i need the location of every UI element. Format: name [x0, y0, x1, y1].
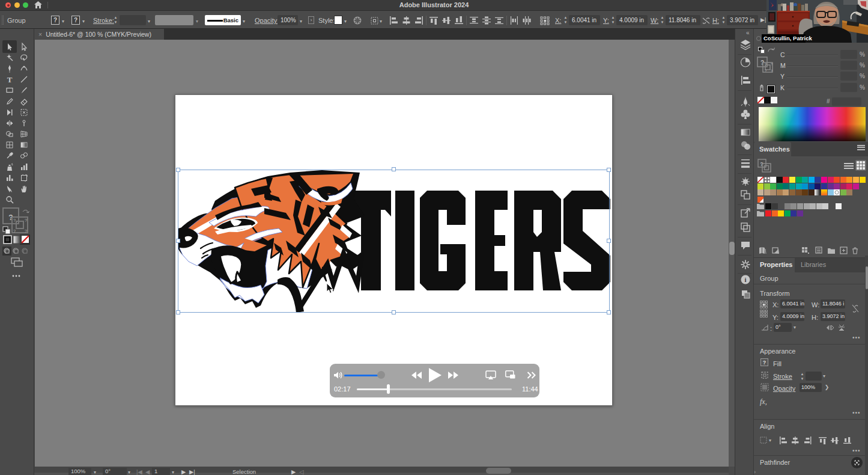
- svg-text:?: ?: [25, 218, 27, 223]
- svg-text:?: ?: [13, 228, 16, 234]
- svg-text:i: i: [744, 276, 746, 283]
- svg-text:?: ?: [25, 228, 27, 234]
- svg-text:?: ?: [760, 161, 763, 167]
- svg-text:T: T: [7, 75, 13, 84]
- svg-text:?: ?: [13, 218, 16, 223]
